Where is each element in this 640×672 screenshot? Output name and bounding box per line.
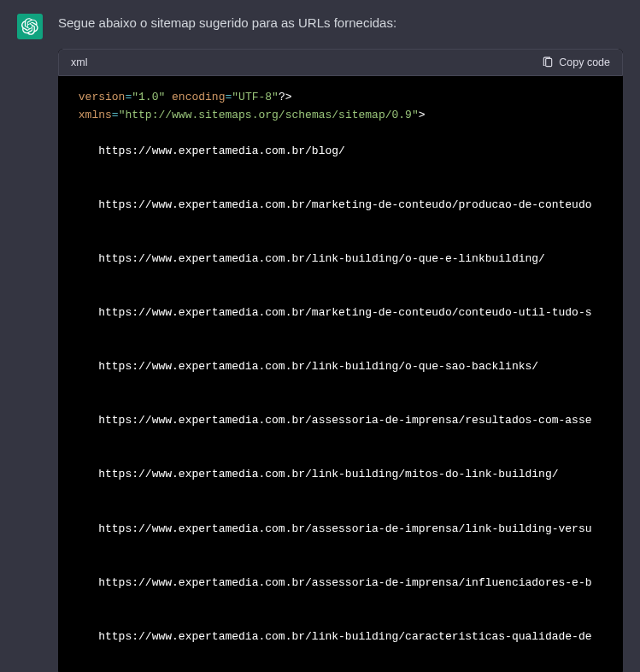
code-block: xml Copy code version="1.0" encoding="UT… [58, 49, 623, 673]
assistant-avatar [17, 14, 43, 39]
intro-text: Segue abaixo o sitemap sugerido para as … [58, 14, 623, 33]
copy-code-label: Copy code [559, 56, 610, 68]
openai-icon [21, 18, 38, 35]
assistant-message: Segue abaixo o sitemap sugerido para as … [0, 0, 640, 672]
message-content: Segue abaixo o sitemap sugerido para as … [58, 14, 623, 672]
svg-rect-0 [546, 58, 552, 66]
clipboard-icon [542, 56, 554, 68]
copy-code-button[interactable]: Copy code [542, 56, 610, 68]
code-language-label: xml [71, 56, 87, 68]
code-header: xml Copy code [58, 49, 623, 76]
code-body[interactable]: version="1.0" encoding="UTF-8"?> xmlns="… [58, 76, 623, 673]
